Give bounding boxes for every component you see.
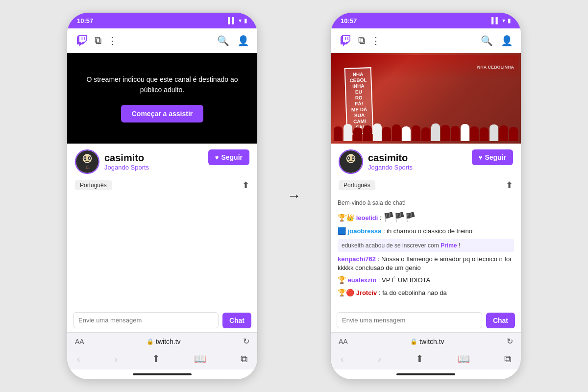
nav-right-right: 🔍 👤 — [481, 35, 513, 47]
more-icon-right[interactable]: ⋮ — [371, 35, 381, 47]
stadium-background: NHA CEBOLINHA NHACEBOLINHAEUROFÁ!ME DÁSU… — [331, 53, 521, 144]
badge-1: 🏆👑 — [338, 214, 354, 221]
text-5: fa do cebolinha nao da — [382, 289, 447, 296]
user-icon-right[interactable]: 👤 — [501, 35, 513, 47]
forward-button-left[interactable]: › — [114, 353, 118, 365]
sub-notice: edukeith acabou de se inscrever com Prim… — [338, 239, 514, 252]
share-icon-right[interactable]: ⬆ — [506, 180, 513, 191]
svg-point-6 — [89, 157, 90, 159]
chat-message-3: kenpachi762 : Nossa o flamengo é amador … — [338, 255, 514, 272]
status-icons-right: ▌▌ ▾ ▮ — [491, 17, 511, 24]
copy-icon-left[interactable]: ⧉ — [95, 35, 101, 46]
copy-icon-right[interactable]: ⧉ — [358, 35, 365, 46]
crowd-bottom — [331, 104, 521, 144]
svg-text:🎩: 🎩 — [85, 165, 90, 170]
username-1: leoelidi — [356, 214, 378, 221]
chat-input-row-left: Chat — [67, 308, 257, 332]
user-icon-left[interactable]: 👤 — [237, 35, 249, 47]
home-bar-right — [396, 373, 455, 375]
chat-message-2: 🟦 joaobressa : ih chamou o classico de t… — [338, 226, 514, 236]
prime-text: Prime — [441, 242, 457, 249]
channel-name-left: casimito — [104, 152, 149, 164]
chat-message-1: 🏆👑 leoelidi : 🏴🏴🏴 — [338, 211, 514, 223]
text-1: 🏴🏴🏴 — [383, 212, 416, 222]
search-icon-right[interactable]: 🔍 — [481, 35, 493, 47]
separator-4: : — [378, 276, 382, 284]
browser-bar-right: AA 🔒 twitch.tv ↻ — [331, 332, 521, 350]
channel-left-right: casimito Jogando Sports — [339, 149, 413, 174]
chat-button-left[interactable]: Chat — [222, 313, 251, 328]
heart-icon-right: ♥ — [479, 154, 483, 161]
sub-suffix: ! — [459, 242, 460, 249]
channel-playing-left: Jogando Sports — [104, 164, 149, 171]
chat-button-right[interactable]: Chat — [486, 313, 515, 328]
nav-left-right: ⧉ ⋮ — [339, 34, 381, 48]
chat-message-4: 🏆 eualexzin : VP É UM IDIOTA — [338, 275, 514, 285]
sub-text: edukeith acabou de se inscrever com — [342, 242, 441, 249]
lang-badge-left: Português — [75, 180, 112, 190]
nav-left-left: ⧉ ⋮ — [75, 34, 117, 48]
phone-comparison: 10:57 ▌▌ ▾ ▮ ⧉ ⋮ 🔍 👤 O streamer i — [67, 12, 521, 380]
share-icon-left[interactable]: ⬆ — [242, 180, 249, 191]
phone-right: 10:57 ▌▌ ▾ ▮ ⧉ ⋮ 🔍 👤 — [330, 12, 521, 380]
start-watching-button[interactable]: Começar a assistir — [121, 105, 204, 122]
follow-button-right[interactable]: ♥ Seguir — [472, 149, 513, 165]
more-icon-left[interactable]: ⋮ — [107, 35, 117, 47]
chat-input-left[interactable] — [73, 312, 219, 328]
badge-2: 🟦 — [338, 227, 346, 235]
username-3: kenpachi762 — [338, 255, 376, 263]
avatar-img-left: 🎩 — [76, 149, 98, 174]
url-bar-right[interactable]: 🔒 twitch.tv — [353, 338, 502, 345]
chat-input-right[interactable] — [337, 312, 482, 328]
channel-text-left: casimito Jogando Sports — [104, 152, 149, 171]
back-button-right[interactable]: ‹ — [341, 353, 344, 365]
url-bar-left[interactable]: 🔒 twitch.tv — [89, 338, 238, 345]
twitch-logo-right — [339, 34, 352, 48]
text-2: ih chamou o classico de treino — [387, 227, 472, 235]
browser-bar-left: AA 🔒 twitch.tv ↻ — [67, 332, 257, 350]
search-icon-left[interactable]: 🔍 — [217, 35, 229, 47]
nav-right-left: 🔍 👤 — [217, 35, 249, 47]
browser-nav-right: ‹ › ⬆ 📖 ⧉ — [331, 350, 521, 369]
svg-point-5 — [84, 157, 86, 159]
refresh-icon-left[interactable]: ↻ — [243, 337, 249, 346]
avatar-left: 🎩 — [75, 149, 99, 174]
channel-left-left: 🎩 casimito Jogando Sports — [75, 149, 149, 174]
chat-area-right: Bem-vindo à sala de chat! 🏆👑 leoelidi : … — [331, 195, 521, 308]
svg-point-13 — [348, 157, 349, 159]
badge-5: 🏆🔴 — [338, 289, 354, 296]
channel-info-left: 🎩 casimito Jogando Sports ♥ Seguir — [67, 144, 257, 178]
aa-text-right[interactable]: AA — [339, 338, 348, 345]
status-bar-right: 10:57 ▌▌ ▾ ▮ — [331, 13, 521, 28]
tabs-button-right[interactable]: ⧉ — [504, 353, 511, 365]
url-text-right: twitch.tv — [419, 338, 444, 345]
refresh-icon-right[interactable]: ↻ — [507, 337, 513, 346]
browser-nav-left: ‹ › ⬆ 📖 ⧉ — [67, 350, 257, 369]
lang-badge-right: Português — [339, 180, 375, 190]
back-button-left[interactable]: ‹ — [77, 353, 80, 365]
lang-row-left: Português ⬆ — [67, 178, 257, 195]
share-nav-button-left[interactable]: ⬆ — [152, 353, 160, 365]
heart-icon-left: ♥ — [215, 154, 219, 161]
tabs-button-left[interactable]: ⧉ — [241, 353, 247, 365]
forward-button-right[interactable]: › — [378, 353, 381, 365]
channel-text-right: casimito Jogando Sports — [368, 152, 413, 171]
home-indicator-right — [331, 369, 521, 379]
avatar-img-right — [340, 149, 362, 174]
follow-button-left[interactable]: ♥ Seguir — [208, 149, 249, 165]
aa-text-left[interactable]: AA — [75, 338, 84, 345]
status-time-right: 10:57 — [341, 17, 357, 24]
share-nav-button-right[interactable]: ⬆ — [416, 353, 424, 365]
username-5: Jrotciv — [356, 289, 377, 296]
channel-playing-right: Jogando Sports — [368, 164, 413, 171]
username-2: joaobressa — [348, 227, 382, 235]
chat-message-5: 🏆🔴 Jrotciv : fa do cebolinha nao da — [338, 288, 514, 298]
nav-bar-right: ⧉ ⋮ 🔍 👤 — [331, 28, 521, 53]
svg-point-14 — [352, 157, 354, 159]
bookmarks-button-right[interactable]: 📖 — [458, 353, 470, 365]
chat-input-row-right: Chat — [331, 308, 521, 332]
phone-left: 10:57 ▌▌ ▾ ▮ ⧉ ⋮ 🔍 👤 O streamer i — [67, 12, 258, 380]
bookmarks-button-left[interactable]: 📖 — [194, 353, 206, 365]
url-text-left: twitch.tv — [156, 338, 181, 345]
video-area-left: O streamer indicou que este canal é dest… — [67, 53, 257, 144]
